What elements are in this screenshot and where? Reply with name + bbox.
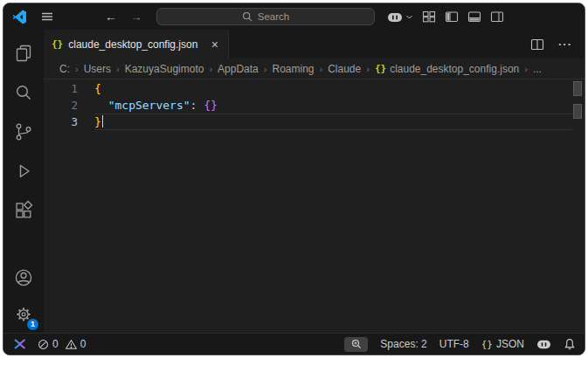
split-editor-icon[interactable]: [530, 38, 544, 52]
tab-bar: {} claude_desktop_config.json × ···: [44, 30, 585, 59]
editor-actions: ···: [530, 30, 585, 59]
language-label: JSON: [496, 338, 524, 350]
errors-count: 0: [52, 338, 59, 350]
forward-arrow-icon[interactable]: →: [130, 10, 142, 24]
code-token: "mcpServers": [108, 99, 190, 112]
breadcrumb-item[interactable]: AppData: [218, 63, 259, 75]
zoom-icon: [351, 339, 362, 349]
problems-status[interactable]: 0 0: [38, 338, 86, 350]
settings-gear-icon[interactable]: 1: [3, 296, 44, 333]
close-icon[interactable]: ×: [210, 38, 220, 52]
language-status[interactable]: {} JSON: [481, 338, 524, 350]
title-bar: ← → Search: [3, 3, 585, 30]
json-file-icon: {}: [375, 63, 386, 74]
search-input[interactable]: Search: [156, 8, 375, 25]
explorer-icon[interactable]: [3, 33, 44, 72]
braces-icon: {}: [481, 339, 493, 350]
breadcrumb-separator: ›: [524, 64, 528, 74]
tab-label: claude_desktop_config.json: [68, 38, 204, 51]
breadcrumb-more[interactable]: ...: [533, 63, 542, 75]
breadcrumb-separator: ›: [320, 64, 323, 74]
copilot-icon: [536, 338, 551, 350]
account-icon[interactable]: [3, 259, 44, 296]
warnings-count: 0: [80, 338, 86, 350]
menu-icon[interactable]: [40, 10, 54, 24]
line-number: 1: [44, 80, 78, 97]
line-number: 3: [44, 114, 78, 130]
code-token: [94, 99, 108, 112]
remote-indicator[interactable]: [12, 338, 27, 350]
code-line[interactable]: 1{: [44, 80, 585, 97]
breadcrumb-item[interactable]: Users: [84, 63, 111, 75]
breadcrumb-separator: ›: [366, 64, 370, 74]
breadcrumb-separator: ›: [75, 64, 79, 74]
code-text: }: [94, 114, 572, 130]
search-icon: [242, 11, 252, 22]
code-lines: 1{2 "mcpServers": {}3}: [44, 80, 585, 130]
json-file-icon: {}: [52, 38, 63, 50]
scrollbar[interactable]: [573, 81, 582, 119]
code-token: :: [190, 99, 204, 112]
copilot-icon: [387, 10, 403, 24]
warning-icon: [66, 339, 77, 350]
code-text: {: [94, 80, 572, 97]
history-navigation: ← →: [105, 10, 142, 24]
scrollbar-marker: [573, 104, 582, 119]
breadcrumb: C:›Users›KazuyaSugimoto›AppData›Roaming›…: [44, 59, 585, 79]
vscode-logo-icon: [12, 10, 27, 24]
copilot-status[interactable]: [536, 338, 551, 350]
activity-bar: 1: [3, 30, 44, 333]
copilot-menu-button[interactable]: [387, 10, 413, 24]
error-icon: [38, 339, 49, 350]
run-debug-icon[interactable]: [3, 151, 44, 190]
bell-icon: [564, 338, 576, 350]
more-actions-icon[interactable]: ···: [558, 38, 572, 51]
editor-group: {} claude_desktop_config.json × ··· C:›U…: [44, 30, 585, 333]
breadcrumb-file[interactable]: {}claude_desktop_config.json: [375, 63, 519, 75]
search-placeholder: Search: [258, 11, 289, 22]
indentation-status[interactable]: Spaces: 2: [380, 338, 426, 350]
extensions-icon[interactable]: [3, 190, 44, 230]
titlebar-actions: [387, 10, 504, 24]
customize-layout-icon[interactable]: [422, 10, 436, 24]
text-cursor: [102, 115, 104, 127]
breadcrumb-separator: ›: [116, 64, 120, 74]
tab-claude-desktop-config[interactable]: {} claude_desktop_config.json ×: [44, 30, 229, 59]
line-number: 2: [44, 97, 78, 114]
breadcrumb-separator: ›: [209, 64, 212, 74]
activity-bar-bottom: 1: [3, 259, 44, 333]
encoding-status[interactable]: UTF-8: [439, 338, 469, 350]
back-arrow-icon[interactable]: ←: [105, 10, 117, 24]
code-line[interactable]: 2 "mcpServers": {}: [44, 97, 585, 114]
status-bar: 0 0 Spaces: 2 UTF-8 {} JSON: [3, 333, 585, 355]
remote-icon: [12, 338, 27, 350]
vscode-window: ← → Search: [3, 3, 585, 355]
code-token: }: [94, 115, 101, 128]
toggle-panel-icon[interactable]: [467, 10, 481, 24]
statusbar-right: Spaces: 2 UTF-8 {} JSON: [344, 337, 576, 352]
code-text: "mcpServers": {}: [94, 97, 572, 114]
workbench: 1 {} claude_desktop_config.json × ···: [3, 30, 585, 333]
breadcrumb-item[interactable]: Roaming: [272, 63, 314, 75]
breadcrumb-separator: ›: [264, 64, 267, 74]
breadcrumb-file-label: claude_desktop_config.json: [390, 63, 519, 75]
search-sidebar-icon[interactable]: [3, 72, 44, 112]
chevron-down-icon: [405, 13, 413, 21]
notifications-bell[interactable]: [564, 338, 576, 350]
breadcrumb-item[interactable]: KazuyaSugimoto: [125, 63, 204, 75]
toggle-sidebar-right-icon[interactable]: [490, 10, 504, 24]
breadcrumb-item[interactable]: Claude: [328, 63, 361, 75]
code-editor[interactable]: 1{2 "mcpServers": {}3}: [44, 79, 585, 333]
breadcrumb-item[interactable]: C:: [59, 63, 70, 75]
code-token: {}: [204, 99, 218, 112]
source-control-icon[interactable]: [3, 112, 44, 151]
code-token: {: [94, 82, 101, 95]
settings-badge: 1: [27, 319, 38, 330]
scrollbar-thumb[interactable]: [573, 81, 582, 96]
statusbar-left: 0 0: [12, 338, 86, 350]
zoom-button[interactable]: [344, 337, 368, 352]
toggle-sidebar-left-icon[interactable]: [445, 10, 459, 24]
code-line[interactable]: 3}: [44, 114, 585, 130]
